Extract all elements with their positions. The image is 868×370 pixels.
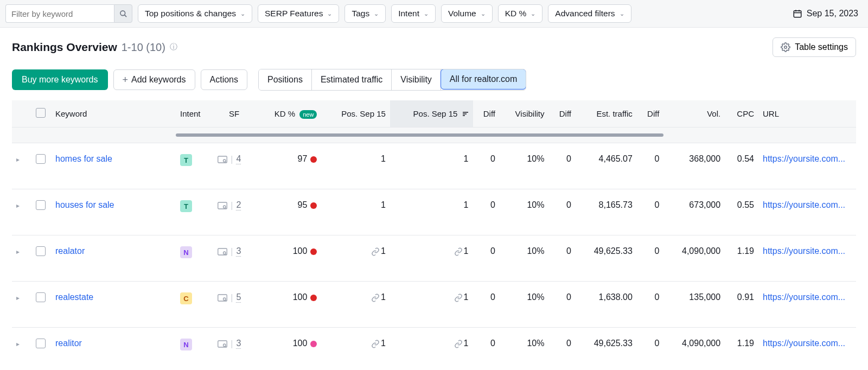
col-keyword[interactable]: Keyword <box>51 100 176 127</box>
chevron-down-icon: ⌄ <box>240 10 245 17</box>
keyword-link[interactable]: realitor <box>55 339 82 348</box>
col-url[interactable]: URL <box>758 100 856 127</box>
cpc-value: 0.54 <box>725 143 758 189</box>
serp-features[interactable]: |3 <box>218 339 250 349</box>
row-checkbox[interactable] <box>36 200 46 210</box>
pos2-value: 1 <box>390 189 473 235</box>
row-checkbox[interactable] <box>36 292 46 302</box>
chevron-down-icon: ⌄ <box>481 10 486 17</box>
col-pos1[interactable]: Pos. Sep 15 <box>321 100 390 127</box>
serp-features[interactable]: |5 <box>218 292 250 303</box>
col-visibility[interactable]: Visibility <box>500 100 549 127</box>
serp-features[interactable]: |3 <box>218 246 250 257</box>
diff2-value: 0 <box>548 143 575 189</box>
diff3-value: 0 <box>637 235 663 282</box>
row-checkbox[interactable] <box>36 154 46 164</box>
diff3-value: 0 <box>637 189 663 235</box>
keyword-filter-input[interactable] <box>5 4 114 23</box>
add-keywords-button[interactable]: + Add keywords <box>113 69 195 90</box>
chevron-down-icon: ⌄ <box>374 10 379 17</box>
url-link[interactable]: https://yoursite.com... <box>763 200 845 209</box>
diff3-value: 0 <box>637 282 663 328</box>
filter-volume[interactable]: Volume⌄ <box>441 4 493 23</box>
vol-value: 368,000 <box>663 143 725 189</box>
filter-kd-[interactable]: KD %⌄ <box>498 4 543 23</box>
col-diff1[interactable]: Diff <box>473 100 500 127</box>
url-link[interactable]: https://yoursite.com... <box>763 246 845 256</box>
kd-dot-icon <box>310 248 317 255</box>
diff1-value: 0 <box>473 328 500 371</box>
pos1-value: 1 <box>321 282 390 328</box>
cpc-value: 0.91 <box>725 282 758 328</box>
expand-row-icon[interactable]: ▸ <box>16 156 20 163</box>
url-link[interactable]: https://yoursite.com... <box>763 292 845 302</box>
info-icon[interactable]: ⓘ <box>170 42 177 52</box>
filter-top-positions-changes[interactable]: Top positions & changes⌄ <box>138 4 252 23</box>
url-link[interactable]: https://yoursite.com... <box>763 339 845 348</box>
svg-line-12 <box>226 161 227 162</box>
col-kd[interactable]: KD % new <box>255 100 322 127</box>
search-button[interactable] <box>114 4 132 23</box>
col-est-traffic[interactable]: Est. traffic <box>576 100 637 127</box>
chevron-down-icon: ⌄ <box>424 10 429 17</box>
tab-estimated-traffic[interactable]: Estimated traffic <box>312 69 392 90</box>
col-cpc[interactable]: CPC <box>725 100 758 127</box>
sort-icon <box>462 109 469 118</box>
keyword-link[interactable]: realator <box>55 246 85 256</box>
col-pos2[interactable]: Pos. Sep 15 <box>390 100 473 127</box>
keyword-link[interactable]: homes for sale <box>55 154 112 163</box>
traffic-value: 49,625.33 <box>576 235 637 282</box>
table-row: ▸ homes for sale T |4 97 1 1 0 10% 0 4,4… <box>12 143 856 189</box>
serp-features[interactable]: |4 <box>218 154 250 164</box>
filter-tags[interactable]: Tags⌄ <box>344 4 386 23</box>
tab-visibility[interactable]: Visibility <box>392 69 441 90</box>
rankings-table: Keyword Intent SF KD % new Pos. Sep 15 P… <box>12 100 856 370</box>
kd-value: 97 <box>255 143 322 189</box>
col-intent[interactable]: Intent <box>176 100 213 127</box>
tab-positions[interactable]: Positions <box>259 69 312 90</box>
url-link[interactable]: https://yoursite.com... <box>763 154 845 163</box>
chevron-down-icon: ⌄ <box>531 10 535 17</box>
diff2-value: 0 <box>548 328 575 371</box>
expand-row-icon[interactable]: ▸ <box>16 202 20 209</box>
svg-line-18 <box>226 253 227 254</box>
col-vol[interactable]: Vol. <box>663 100 725 127</box>
col-diff2[interactable]: Diff <box>548 100 575 127</box>
col-sf[interactable]: SF <box>213 100 254 127</box>
pos2-value: 1 <box>390 235 473 282</box>
row-checkbox[interactable] <box>36 339 46 348</box>
row-checkbox[interactable] <box>36 246 46 256</box>
chevron-down-icon: ⌄ <box>620 10 624 17</box>
filter-serp-features[interactable]: SERP Features⌄ <box>258 4 339 23</box>
horizontal-scroll-indicator[interactable] <box>176 133 663 137</box>
view-tabs: PositionsEstimated trafficVisibilityAll … <box>258 69 526 91</box>
table-settings-button[interactable]: Table settings <box>773 37 856 57</box>
diff3-value: 0 <box>637 328 663 371</box>
kd-value: 95 <box>255 189 322 235</box>
diff2-value: 0 <box>548 235 575 282</box>
expand-row-icon[interactable]: ▸ <box>16 248 20 256</box>
expand-row-icon[interactable]: ▸ <box>16 294 20 302</box>
pos2-value: 1 <box>390 143 473 189</box>
diff1-value: 0 <box>473 143 500 189</box>
select-all-checkbox[interactable] <box>36 108 46 118</box>
traffic-value: 49,625.33 <box>576 328 637 371</box>
svg-point-6 <box>784 46 787 49</box>
actions-button[interactable]: Actions <box>201 69 247 90</box>
vol-value: 135,000 <box>663 282 725 328</box>
buy-keywords-button[interactable]: Buy more keywords <box>12 69 108 90</box>
tab-all-for-realtor-com[interactable]: All for realtor.com <box>441 69 526 90</box>
svg-line-1 <box>124 15 126 17</box>
table-row: ▸ houses for sale T |2 95 1 1 0 10% 0 8,… <box>12 189 856 235</box>
serp-features[interactable]: |2 <box>218 200 250 210</box>
keyword-link[interactable]: houses for sale <box>55 200 114 209</box>
date-picker[interactable]: Sep 15, 2023 <box>788 9 863 18</box>
keyword-link[interactable]: realestate <box>55 292 93 302</box>
filter-advanced-filters[interactable]: Advanced filters⌄ <box>548 4 631 23</box>
intent-badge: N <box>180 339 192 350</box>
col-diff3[interactable]: Diff <box>637 100 663 127</box>
table-row: ▸ realestate C |5 100 1 1 0 10% 0 1,638.… <box>12 282 856 328</box>
expand-row-icon[interactable]: ▸ <box>16 340 20 348</box>
visibility-value: 10% <box>500 328 549 371</box>
filter-intent[interactable]: Intent⌄ <box>391 4 436 23</box>
